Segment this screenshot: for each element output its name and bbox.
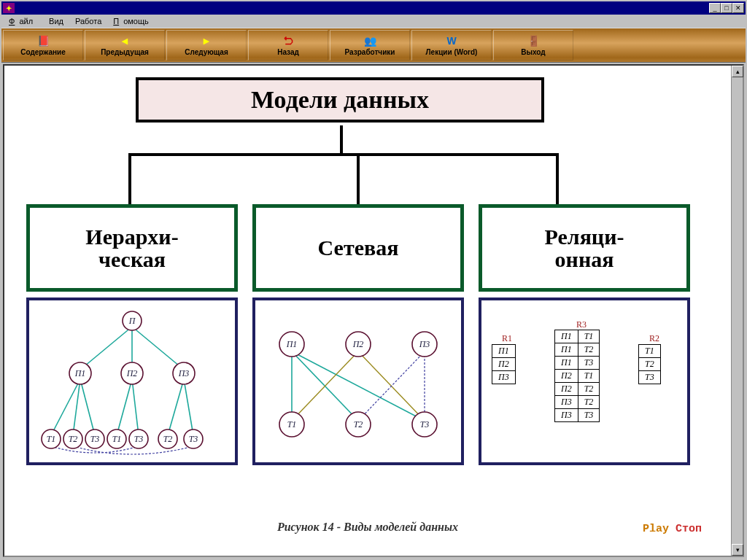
svg-text:П1: П1 <box>74 368 86 378</box>
col2-header: Сетевая <box>252 204 464 292</box>
connector <box>340 125 343 155</box>
svg-text:Т3: Т3 <box>189 434 198 444</box>
table-r3: П1Т1 П1Т2 П1Т3 П2Т1 П2Т2 П3Т2 П3Т3 <box>554 330 600 422</box>
stop-button[interactable]: Стоп <box>676 523 702 535</box>
exit-icon: 🚪 <box>527 35 540 47</box>
table-r1: П1 П2 П3 <box>492 344 516 384</box>
minimize-button[interactable]: _ <box>709 3 721 13</box>
r1-label: R1 <box>502 333 512 344</box>
svg-line-7 <box>132 379 139 435</box>
maximize-button[interactable]: □ <box>721 3 732 13</box>
svg-line-9 <box>184 379 193 435</box>
column-relational: Реляци-онная R1 П1 П2 П3 R3 П1Т1 П <box>479 204 690 465</box>
app-window: ✦ _ □ ✕ Файл Вид Работа Помощь 📕Содержан… <box>0 0 747 560</box>
svg-text:П: П <box>128 316 136 326</box>
tb-developers[interactable]: 👥Разработчики <box>330 30 410 61</box>
diagram-title: Модели данных <box>136 77 544 122</box>
table-r2: Т1 Т2 Т3 <box>638 344 661 384</box>
app-icon: ✦ <box>3 3 15 13</box>
word-icon: W <box>446 35 456 47</box>
svg-line-4 <box>73 379 80 435</box>
scroll-down-icon[interactable]: ▾ <box>732 544 743 556</box>
tb-back[interactable]: ⮌Назад <box>248 30 328 61</box>
svg-text:П2: П2 <box>126 368 138 378</box>
scroll-up-icon[interactable]: ▴ <box>732 66 743 77</box>
vertical-scrollbar[interactable]: ▴ ▾ <box>731 66 743 556</box>
col2-diagram: П1 П2 П3 Т1 Т2 Т3 <box>252 298 464 465</box>
svg-line-8 <box>168 379 184 435</box>
svg-text:Т2: Т2 <box>69 434 78 444</box>
people-icon: 👥 <box>364 35 376 47</box>
book-icon: 📕 <box>37 35 50 47</box>
play-button[interactable]: Play <box>643 523 669 535</box>
svg-text:Т3: Т3 <box>90 434 100 444</box>
menu-file[interactable]: Файл <box>4 15 42 27</box>
svg-line-0 <box>80 327 132 370</box>
svg-line-5 <box>80 379 95 435</box>
svg-text:Т3: Т3 <box>420 419 430 429</box>
close-button[interactable]: ✕ <box>732 3 744 13</box>
tb-contents[interactable]: 📕Содержание <box>3 30 83 61</box>
back-icon: ⮌ <box>283 35 293 47</box>
title-bar: ✦ _ □ ✕ <box>1 1 746 15</box>
connector <box>128 153 131 204</box>
col1-diagram: П П1 П2 П3 Т1 Т2 Т3 Т1 Т3 Т2 Т3 <box>26 298 238 465</box>
tb-previous[interactable]: ◄Предыдущая <box>85 30 165 61</box>
col3-diagram: R1 П1 П2 П3 R3 П1Т1 П1Т2 П1Т3 <box>479 298 690 465</box>
svg-text:П3: П3 <box>178 368 190 378</box>
svg-text:Т1: Т1 <box>47 434 56 444</box>
tb-lectures[interactable]: WЛекции (Word) <box>411 30 492 61</box>
arrow-right-icon: ► <box>201 35 212 47</box>
figure-caption: Рисунок 14 - Виды моделей данных <box>4 521 731 534</box>
svg-text:П3: П3 <box>419 339 430 349</box>
svg-text:Т3: Т3 <box>134 434 144 444</box>
svg-text:Т2: Т2 <box>163 434 173 444</box>
arrow-left-icon: ◄ <box>120 35 130 47</box>
connector <box>128 153 559 156</box>
menu-bar: Файл Вид Работа Помощь <box>1 15 746 28</box>
menu-work[interactable]: Работа <box>71 15 106 27</box>
tb-exit[interactable]: 🚪Выход <box>493 30 573 61</box>
svg-line-34 <box>292 351 425 421</box>
window-buttons: _ □ ✕ <box>709 3 744 13</box>
menu-help[interactable]: Помощь <box>109 15 158 27</box>
connector <box>556 153 559 204</box>
svg-line-2 <box>132 327 184 370</box>
svg-text:П2: П2 <box>352 339 364 349</box>
svg-text:Т1: Т1 <box>112 434 122 444</box>
menu-view[interactable]: Вид <box>44 15 68 27</box>
r3-label: R3 <box>576 319 587 330</box>
connector <box>357 153 360 204</box>
col3-header: Реляци-онная <box>479 204 690 292</box>
svg-text:Т2: Т2 <box>354 419 363 429</box>
svg-text:П1: П1 <box>286 339 298 349</box>
tb-next[interactable]: ►Следующая <box>166 30 247 61</box>
r2-label: R2 <box>649 333 659 344</box>
svg-text:Т1: Т1 <box>287 419 297 429</box>
svg-line-3 <box>51 379 80 435</box>
slide-canvas: Модели данных Иерархи-ческая <box>4 66 731 556</box>
toolbar: 📕Содержание ◄Предыдущая ►Следующая ⮌Наза… <box>1 28 746 63</box>
column-hierarchical: Иерархи-ческая <box>26 204 238 465</box>
content-frame: Модели данных Иерархи-ческая <box>1 63 746 559</box>
play-stop-controls: Play Стоп <box>643 523 702 535</box>
col1-header: Иерархи-ческая <box>26 204 238 292</box>
svg-line-6 <box>117 379 132 435</box>
column-network: Сетевая П1 П2 <box>252 204 464 465</box>
